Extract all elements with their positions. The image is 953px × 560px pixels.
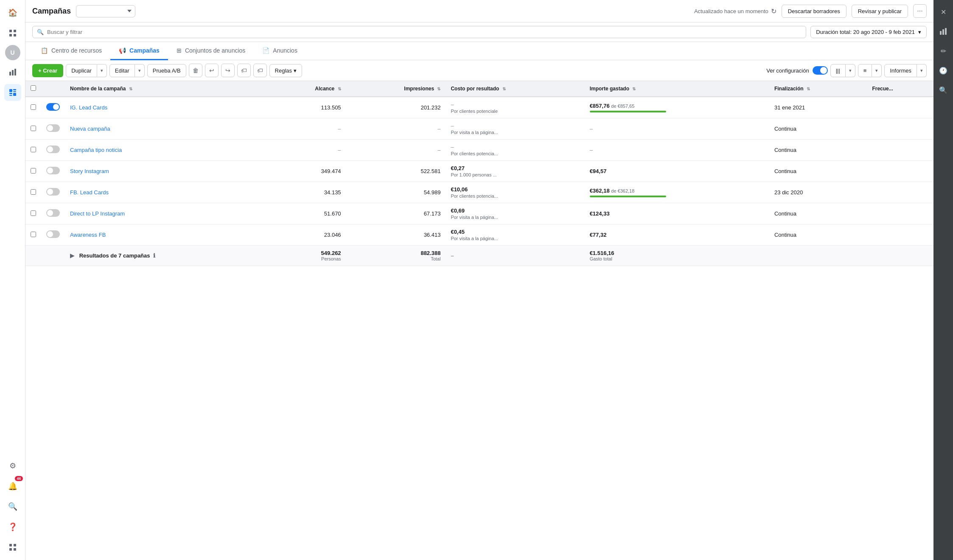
redo-button[interactable]: ↪	[221, 64, 235, 77]
column-view-dropdown[interactable]: ▾	[846, 64, 855, 77]
row-checkbox[interactable]	[31, 232, 36, 237]
resources-icon: 📋	[41, 47, 48, 54]
edit-panel-icon[interactable]: ✏	[936, 43, 951, 59]
spent-cell: –	[585, 140, 769, 161]
clock-icon[interactable]: 🕐	[936, 63, 951, 78]
create-button[interactable]: + Crear	[32, 64, 63, 77]
campaign-name-cell: IG. Lead Cards	[65, 97, 269, 118]
row-checkbox[interactable]	[31, 104, 36, 110]
ads-icon: 📄	[262, 47, 269, 54]
row-checkbox[interactable]	[31, 126, 36, 131]
ab-test-button[interactable]: Prueba A/B	[147, 64, 186, 77]
row-checkbox[interactable]	[31, 168, 36, 174]
info-icon[interactable]: ℹ	[153, 252, 155, 259]
tab-resources[interactable]: 📋 Centro de recursos	[32, 42, 110, 60]
campaign-name-link[interactable]: IG. Lead Cards	[70, 104, 107, 111]
sidebar: 🏠 U ⚙ 🔔 46 🔍 ❓	[0, 0, 25, 560]
row-checkbox-cell	[25, 224, 41, 246]
duplicate-dropdown-button[interactable]: ▾	[97, 64, 107, 77]
row-view-group: ≡ ▾	[858, 64, 882, 77]
campaign-toggle[interactable]	[46, 188, 60, 196]
column-view-button[interactable]: |||	[830, 64, 846, 77]
tag-button[interactable]: 🏷	[237, 64, 251, 77]
discard-drafts-button[interactable]: Descartar borradores	[782, 5, 846, 18]
campaign-name-link[interactable]: Campaña tipo noticia	[70, 147, 122, 153]
sort-end-icon[interactable]: ⇅	[807, 87, 810, 91]
sidebar-item-apps[interactable]	[4, 25, 21, 42]
view-config-toggle[interactable]	[813, 66, 828, 75]
sidebar-item-search[interactable]: 🔍	[4, 498, 21, 515]
undo-button[interactable]: ↩	[205, 64, 219, 77]
chart-icon[interactable]	[936, 24, 951, 39]
campaign-toggle[interactable]	[46, 124, 60, 132]
tab-ads[interactable]: 📄 Anuncios	[254, 42, 306, 60]
column-view-group: ||| ▾	[830, 64, 855, 77]
tab-campaigns[interactable]: 📢 Campañas	[110, 42, 168, 60]
date-range-filter[interactable]: Duración total: 20 ago 2020 - 9 feb 2021…	[810, 26, 927, 38]
sort-reach-icon[interactable]: ⇅	[338, 87, 341, 91]
campaign-toggle[interactable]	[46, 146, 60, 153]
sidebar-item-help[interactable]: ❓	[4, 518, 21, 535]
edit-dropdown-button[interactable]: ▾	[135, 64, 145, 77]
sidebar-item-settings[interactable]: ⚙	[4, 457, 21, 474]
rules-button[interactable]: Reglas ▾	[269, 64, 302, 77]
date-range-label: Duración total: 20 ago 2020 - 9 feb 2021	[816, 29, 915, 35]
sidebar-item-more[interactable]	[4, 539, 21, 556]
sidebar-item-home[interactable]: 🏠	[4, 4, 21, 21]
adsets-icon: ⊞	[177, 47, 182, 54]
row-view-button[interactable]: ≡	[858, 64, 872, 77]
row-toggle-cell	[41, 224, 65, 246]
search-input[interactable]	[47, 29, 802, 35]
svg-rect-2	[9, 34, 12, 36]
sort-impressions-icon[interactable]: ⇅	[437, 87, 440, 91]
expand-icon[interactable]: ▶	[70, 252, 74, 259]
close-icon[interactable]: ✕	[936, 4, 951, 20]
search-field[interactable]: 🔍	[32, 26, 806, 38]
reports-button[interactable]: Informes	[884, 64, 917, 77]
reports-dropdown[interactable]: ▾	[917, 64, 927, 77]
column-header-end: Finalización ⇅	[769, 81, 867, 97]
campaign-name-link[interactable]: Nueva campaña	[70, 126, 110, 132]
campaign-toggle[interactable]	[46, 167, 60, 174]
select-all-checkbox[interactable]	[31, 85, 36, 91]
row-toggle-cell	[41, 140, 65, 161]
summary-label-cell: ▶ Resultados de 7 campañas ℹ	[65, 246, 269, 266]
edit-button[interactable]: Editar	[109, 64, 135, 77]
toolbar: + Crear Duplicar ▾ Editar ▾ Prueba A/B 🗑…	[25, 60, 933, 81]
sort-spent-icon[interactable]: ⇅	[632, 87, 636, 91]
nav-tabs: 📋 Centro de recursos 📢 Campañas ⊞ Conjun…	[25, 42, 933, 60]
campaign-toggle[interactable]	[46, 230, 60, 238]
svg-rect-7	[9, 89, 12, 92]
reach-cell: 51.670	[269, 203, 346, 224]
campaign-name-link[interactable]: Awareness FB	[70, 232, 106, 238]
row-checkbox[interactable]	[31, 147, 36, 152]
delete-button[interactable]: 🗑	[189, 64, 202, 77]
zoom-icon[interactable]: 🔍	[936, 82, 951, 98]
duplicate-button[interactable]: Duplicar	[66, 64, 97, 77]
campaign-toggle[interactable]	[46, 209, 60, 217]
sort-name-icon[interactable]: ⇅	[129, 87, 132, 91]
campaign-name-link[interactable]: FB. Lead Cards	[70, 189, 109, 196]
end-date-cell: Continua	[769, 224, 867, 246]
campaign-toggle[interactable]	[46, 103, 60, 111]
row-checkbox[interactable]	[31, 210, 36, 216]
user-avatar[interactable]: U	[5, 45, 20, 60]
chevron-down-icon: ▾	[294, 67, 297, 74]
row-checkbox[interactable]	[31, 189, 36, 195]
review-publish-button[interactable]: Revisar y publicar	[852, 5, 908, 18]
label-button[interactable]: 🏷	[253, 64, 267, 77]
refresh-icon[interactable]: ↻	[771, 7, 776, 15]
sidebar-item-analytics[interactable]	[4, 64, 21, 81]
campaign-name-link[interactable]: Direct to LP Instagram	[70, 210, 125, 217]
campaign-dropdown[interactable]	[76, 5, 135, 17]
more-options-button[interactable]: ···	[913, 4, 927, 18]
campaign-name-cell: Nueva campaña	[65, 118, 269, 140]
sidebar-item-notifications[interactable]: 🔔 46	[4, 478, 21, 495]
summary-impressions-cell: 882.388 Total	[346, 246, 446, 266]
row-view-dropdown[interactable]: ▾	[872, 64, 882, 77]
sort-cost-icon[interactable]: ⇅	[502, 87, 506, 91]
tab-adsets[interactable]: ⊞ Conjuntos de anuncios	[168, 42, 254, 60]
right-panel: ✕ ✏ 🕐 🔍	[933, 0, 953, 560]
sidebar-item-campaigns[interactable]	[4, 84, 21, 101]
campaign-name-link[interactable]: Story Instagram	[70, 168, 109, 174]
